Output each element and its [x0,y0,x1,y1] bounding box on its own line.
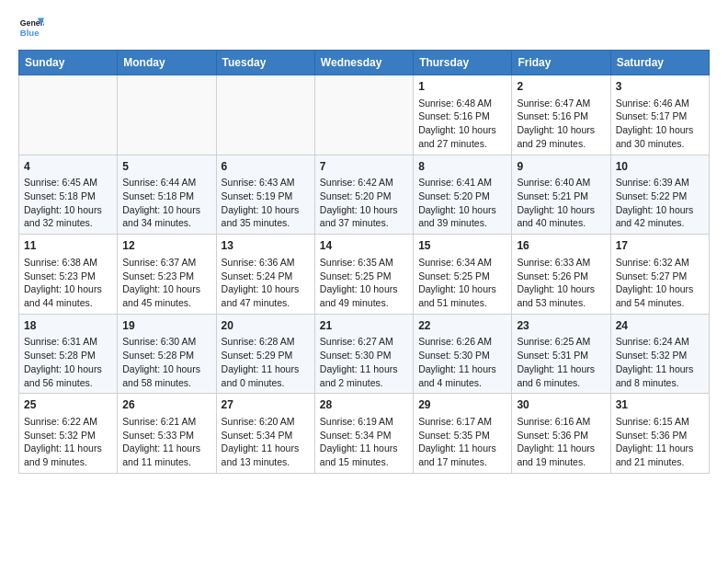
calendar-cell: 9Sunrise: 6:40 AM Sunset: 5:21 PM Daylig… [512,155,610,235]
calendar-cell: 24Sunrise: 6:24 AM Sunset: 5:32 PM Dayli… [610,314,709,394]
logo-icon: General Blue [18,15,44,40]
day-number: 23 [517,318,605,334]
day-info: Sunrise: 6:38 AM Sunset: 5:23 PM Dayligh… [24,256,112,310]
calendar-week-row: 25Sunrise: 6:22 AM Sunset: 5:32 PM Dayli… [19,394,710,474]
day-number: 16 [517,238,605,254]
day-info: Sunrise: 6:47 AM Sunset: 5:16 PM Dayligh… [517,97,605,151]
day-number: 29 [418,397,506,413]
day-info: Sunrise: 6:36 AM Sunset: 5:24 PM Dayligh… [222,256,310,310]
calendar-cell: 11Sunrise: 6:38 AM Sunset: 5:23 PM Dayli… [19,235,118,315]
day-info: Sunrise: 6:16 AM Sunset: 5:36 PM Dayligh… [517,415,605,469]
calendar-cell: 21Sunrise: 6:27 AM Sunset: 5:30 PM Dayli… [314,314,413,394]
calendar-cell: 18Sunrise: 6:31 AM Sunset: 5:28 PM Dayli… [19,314,118,394]
day-info: Sunrise: 6:33 AM Sunset: 5:26 PM Dayligh… [517,256,605,310]
logo: General Blue [18,15,48,40]
calendar-cell: 16Sunrise: 6:33 AM Sunset: 5:26 PM Dayli… [512,235,610,315]
header-monday: Monday [118,51,216,75]
day-info: Sunrise: 6:24 AM Sunset: 5:32 PM Dayligh… [616,335,704,389]
day-number: 5 [122,159,210,175]
svg-text:Blue: Blue [20,28,40,38]
day-number: 18 [24,318,112,334]
day-number: 26 [122,397,210,413]
day-info: Sunrise: 6:25 AM Sunset: 5:31 PM Dayligh… [517,335,605,389]
calendar-cell: 29Sunrise: 6:17 AM Sunset: 5:35 PM Dayli… [414,394,512,474]
day-number: 6 [222,159,310,175]
calendar-cell: 26Sunrise: 6:21 AM Sunset: 5:33 PM Dayli… [118,394,216,474]
header-sunday: Sunday [19,51,118,75]
day-info: Sunrise: 6:17 AM Sunset: 5:35 PM Dayligh… [418,415,506,469]
day-number: 14 [320,238,408,254]
day-number: 19 [122,318,210,334]
calendar-cell [19,75,118,155]
day-info: Sunrise: 6:45 AM Sunset: 5:18 PM Dayligh… [24,176,112,230]
calendar-cell: 4Sunrise: 6:45 AM Sunset: 5:18 PM Daylig… [19,155,118,235]
day-number: 25 [24,397,112,413]
calendar-cell: 3Sunrise: 6:46 AM Sunset: 5:17 PM Daylig… [610,75,709,155]
calendar-cell: 2Sunrise: 6:47 AM Sunset: 5:16 PM Daylig… [512,75,610,155]
calendar-cell: 19Sunrise: 6:30 AM Sunset: 5:28 PM Dayli… [118,314,216,394]
calendar-cell: 22Sunrise: 6:26 AM Sunset: 5:30 PM Dayli… [414,314,512,394]
day-number: 21 [320,318,408,334]
day-info: Sunrise: 6:43 AM Sunset: 5:19 PM Dayligh… [222,176,310,230]
day-number: 20 [222,318,310,334]
header-saturday: Saturday [610,51,709,75]
day-info: Sunrise: 6:34 AM Sunset: 5:25 PM Dayligh… [418,256,506,310]
day-number: 30 [517,397,605,413]
calendar-week-row: 11Sunrise: 6:38 AM Sunset: 5:23 PM Dayli… [19,235,710,315]
day-number: 24 [616,318,704,334]
day-number: 4 [24,159,112,175]
day-info: Sunrise: 6:35 AM Sunset: 5:25 PM Dayligh… [320,256,408,310]
day-number: 31 [616,397,704,413]
day-info: Sunrise: 6:21 AM Sunset: 5:33 PM Dayligh… [122,415,210,469]
day-info: Sunrise: 6:39 AM Sunset: 5:22 PM Dayligh… [616,176,704,230]
calendar-cell: 28Sunrise: 6:19 AM Sunset: 5:34 PM Dayli… [314,394,413,474]
day-info: Sunrise: 6:19 AM Sunset: 5:34 PM Dayligh… [320,415,408,469]
day-number: 7 [320,159,408,175]
day-info: Sunrise: 6:37 AM Sunset: 5:23 PM Dayligh… [122,256,210,310]
day-info: Sunrise: 6:27 AM Sunset: 5:30 PM Dayligh… [320,335,408,389]
header-friday: Friday [512,51,610,75]
calendar-cell [118,75,216,155]
calendar-cell: 17Sunrise: 6:32 AM Sunset: 5:27 PM Dayli… [610,235,709,315]
day-info: Sunrise: 6:22 AM Sunset: 5:32 PM Dayligh… [24,415,112,469]
calendar-cell: 20Sunrise: 6:28 AM Sunset: 5:29 PM Dayli… [216,314,314,394]
day-info: Sunrise: 6:32 AM Sunset: 5:27 PM Dayligh… [616,256,704,310]
day-number: 12 [122,238,210,254]
header-tuesday: Tuesday [216,51,314,75]
calendar-cell: 25Sunrise: 6:22 AM Sunset: 5:32 PM Dayli… [19,394,118,474]
calendar-cell: 14Sunrise: 6:35 AM Sunset: 5:25 PM Dayli… [314,235,413,315]
header: General Blue [18,15,710,40]
day-number: 15 [418,238,506,254]
calendar-cell: 15Sunrise: 6:34 AM Sunset: 5:25 PM Dayli… [414,235,512,315]
day-number: 1 [418,79,506,95]
calendar-cell: 10Sunrise: 6:39 AM Sunset: 5:22 PM Dayli… [610,155,709,235]
day-number: 11 [24,238,112,254]
calendar-cell [216,75,314,155]
day-number: 28 [320,397,408,413]
day-number: 3 [616,79,704,95]
calendar-cell: 27Sunrise: 6:20 AM Sunset: 5:34 PM Dayli… [216,394,314,474]
calendar-cell: 6Sunrise: 6:43 AM Sunset: 5:19 PM Daylig… [216,155,314,235]
day-info: Sunrise: 6:48 AM Sunset: 5:16 PM Dayligh… [418,97,506,151]
calendar-cell: 13Sunrise: 6:36 AM Sunset: 5:24 PM Dayli… [216,235,314,315]
header-wednesday: Wednesday [314,51,413,75]
calendar-cell: 7Sunrise: 6:42 AM Sunset: 5:20 PM Daylig… [314,155,413,235]
day-info: Sunrise: 6:40 AM Sunset: 5:21 PM Dayligh… [517,176,605,230]
calendar-cell [314,75,413,155]
day-number: 10 [616,159,704,175]
day-number: 2 [517,79,605,95]
day-info: Sunrise: 6:31 AM Sunset: 5:28 PM Dayligh… [24,335,112,389]
header-thursday: Thursday [414,51,512,75]
calendar-week-row: 1Sunrise: 6:48 AM Sunset: 5:16 PM Daylig… [19,75,710,155]
calendar-week-row: 4Sunrise: 6:45 AM Sunset: 5:18 PM Daylig… [19,155,710,235]
day-number: 22 [418,318,506,334]
calendar-week-row: 18Sunrise: 6:31 AM Sunset: 5:28 PM Dayli… [19,314,710,394]
day-number: 27 [222,397,310,413]
calendar-cell: 5Sunrise: 6:44 AM Sunset: 5:18 PM Daylig… [118,155,216,235]
calendar-cell: 1Sunrise: 6:48 AM Sunset: 5:16 PM Daylig… [414,75,512,155]
calendar-cell: 8Sunrise: 6:41 AM Sunset: 5:20 PM Daylig… [414,155,512,235]
calendar-cell: 23Sunrise: 6:25 AM Sunset: 5:31 PM Dayli… [512,314,610,394]
day-number: 17 [616,238,704,254]
calendar-table: SundayMondayTuesdayWednesdayThursdayFrid… [18,50,710,474]
day-info: Sunrise: 6:15 AM Sunset: 5:36 PM Dayligh… [616,415,704,469]
